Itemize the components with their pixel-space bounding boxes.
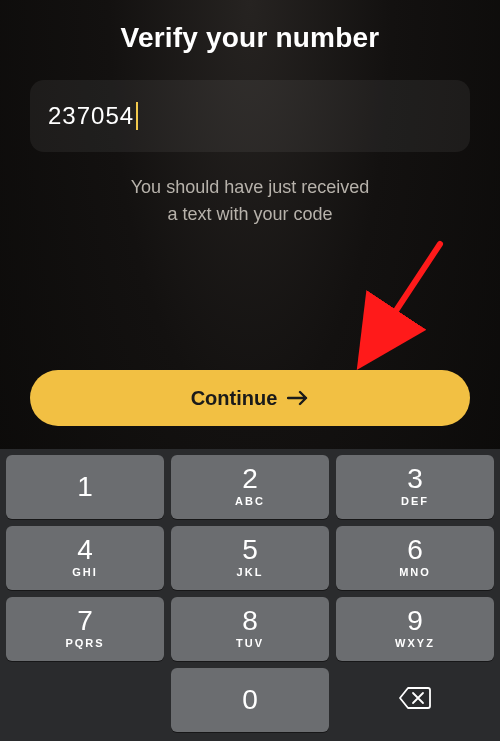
backspace-icon <box>398 686 432 714</box>
keypad-letters: DEF <box>336 495 494 507</box>
numeric-keypad: 1 2 ABC 3 DEF 4 GHI 5 JKL 6 MNO 7 PQRS 8 <box>0 449 500 741</box>
keypad-backspace-key[interactable] <box>336 668 494 732</box>
keypad-digit: 4 <box>6 526 164 564</box>
annotation-arrow-icon <box>330 232 460 372</box>
code-input-value: 237054 <box>48 102 134 130</box>
keypad-key-6[interactable]: 6 MNO <box>336 526 494 590</box>
arrow-right-icon <box>287 390 309 406</box>
code-input[interactable]: 237054 <box>30 80 470 152</box>
keypad-letters: ABC <box>171 495 329 507</box>
keypad-letters: PQRS <box>6 637 164 649</box>
keypad-letters: TUV <box>171 637 329 649</box>
keypad-digit: 0 <box>171 668 329 714</box>
keypad-key-7[interactable]: 7 PQRS <box>6 597 164 661</box>
keypad-key-5[interactable]: 5 JKL <box>171 526 329 590</box>
continue-label: Continue <box>191 387 278 410</box>
helper-text: You should have just received a text wit… <box>30 174 470 228</box>
keypad-key-4[interactable]: 4 GHI <box>6 526 164 590</box>
keypad-letters: GHI <box>6 566 164 578</box>
svg-line-0 <box>370 244 440 350</box>
keypad-letters: WXYZ <box>336 637 494 649</box>
keypad-digit: 7 <box>6 597 164 635</box>
keypad-key-2[interactable]: 2 ABC <box>171 455 329 519</box>
page-title: Verify your number <box>30 22 470 54</box>
keypad-key-8[interactable]: 8 TUV <box>171 597 329 661</box>
continue-button[interactable]: Continue <box>30 370 470 426</box>
helper-line-1: You should have just received <box>30 174 470 201</box>
keypad-digit: 6 <box>336 526 494 564</box>
keypad-digit: 1 <box>6 455 164 501</box>
keypad-digit: 3 <box>336 455 494 493</box>
keypad-key-9[interactable]: 9 WXYZ <box>336 597 494 661</box>
keypad-digit: 9 <box>336 597 494 635</box>
keypad-key-1[interactable]: 1 <box>6 455 164 519</box>
keypad-letters: MNO <box>336 566 494 578</box>
keypad-digit: 5 <box>171 526 329 564</box>
keypad-spacer <box>6 668 164 732</box>
keypad-digit: 2 <box>171 455 329 493</box>
keypad-key-3[interactable]: 3 DEF <box>336 455 494 519</box>
helper-line-2: a text with your code <box>30 201 470 228</box>
text-caret <box>136 102 138 130</box>
keypad-letters: JKL <box>171 566 329 578</box>
keypad-key-0[interactable]: 0 <box>171 668 329 732</box>
keypad-digit: 8 <box>171 597 329 635</box>
